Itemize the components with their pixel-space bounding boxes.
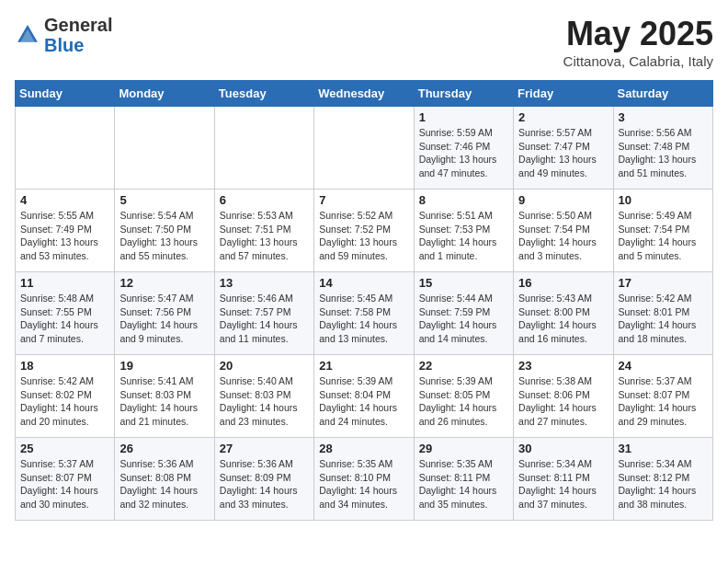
day-info: Sunrise: 5:36 AMSunset: 8:08 PMDaylight:… [119, 457, 209, 511]
calendar-week-row: 18Sunrise: 5:42 AMSunset: 8:02 PMDayligh… [16, 355, 713, 438]
calendar-cell: 13Sunrise: 5:46 AMSunset: 7:57 PMDayligh… [214, 272, 313, 355]
logo-blue: Blue [44, 35, 84, 55]
day-number: 30 [518, 442, 608, 455]
calendar-cell: 16Sunrise: 5:43 AMSunset: 8:00 PMDayligh… [514, 272, 613, 355]
day-number: 10 [619, 193, 708, 207]
calendar-cell: 25Sunrise: 5:37 AMSunset: 8:07 PMDayligh… [16, 438, 115, 521]
day-info: Sunrise: 5:57 AMSunset: 7:47 PMDaylight:… [518, 126, 608, 180]
calendar-cell: 18Sunrise: 5:42 AMSunset: 8:02 PMDayligh… [16, 355, 115, 438]
calendar-cell: 8Sunrise: 5:51 AMSunset: 7:53 PMDaylight… [414, 190, 513, 272]
day-info: Sunrise: 5:50 AMSunset: 7:54 PMDaylight:… [518, 209, 608, 263]
header-cell-sunday: Sunday [16, 81, 115, 107]
day-number: 13 [220, 276, 309, 290]
calendar-cell: 11Sunrise: 5:48 AMSunset: 7:55 PMDayligh… [16, 272, 115, 355]
day-info: Sunrise: 5:35 AMSunset: 8:11 PMDaylight:… [419, 457, 508, 511]
day-info: Sunrise: 5:45 AMSunset: 7:58 PMDaylight:… [319, 292, 408, 346]
day-number: 8 [419, 193, 508, 207]
day-number: 6 [220, 193, 309, 207]
location-subtitle: Cittanova, Calabria, Italy [563, 53, 713, 69]
calendar-cell [16, 107, 115, 190]
day-info: Sunrise: 5:48 AMSunset: 7:55 PMDaylight:… [20, 292, 109, 346]
calendar-cell [214, 107, 313, 190]
calendar-cell: 24Sunrise: 5:37 AMSunset: 8:07 PMDayligh… [613, 355, 712, 438]
calendar-cell: 21Sunrise: 5:39 AMSunset: 8:04 PMDayligh… [314, 355, 414, 438]
day-info: Sunrise: 5:40 AMSunset: 8:03 PMDaylight:… [220, 374, 309, 429]
day-info: Sunrise: 5:43 AMSunset: 8:00 PMDaylight:… [518, 292, 608, 346]
day-number: 3 [619, 110, 708, 124]
calendar-week-row: 1Sunrise: 5:59 AMSunset: 7:46 PMDaylight… [16, 107, 713, 190]
day-number: 29 [419, 442, 508, 455]
day-number: 18 [20, 359, 109, 373]
day-info: Sunrise: 5:55 AMSunset: 7:49 PMDaylight:… [20, 209, 109, 263]
day-info: Sunrise: 5:42 AMSunset: 8:02 PMDaylight:… [20, 374, 109, 429]
day-info: Sunrise: 5:44 AMSunset: 7:59 PMDaylight:… [419, 292, 508, 346]
calendar-cell: 9Sunrise: 5:50 AMSunset: 7:54 PMDaylight… [514, 190, 613, 272]
calendar-cell: 23Sunrise: 5:38 AMSunset: 8:06 PMDayligh… [514, 355, 613, 438]
day-number: 15 [419, 276, 508, 290]
day-number: 25 [20, 442, 109, 455]
day-info: Sunrise: 5:41 AMSunset: 8:03 PMDaylight:… [119, 374, 209, 429]
month-title: May 2025 [563, 15, 713, 53]
calendar-cell: 7Sunrise: 5:52 AMSunset: 7:52 PMDaylight… [314, 190, 414, 272]
day-number: 4 [20, 193, 109, 207]
calendar-cell: 19Sunrise: 5:41 AMSunset: 8:03 PMDayligh… [115, 355, 214, 438]
calendar-table: SundayMondayTuesdayWednesdayThursdayFrid… [15, 80, 713, 521]
header-cell-tuesday: Tuesday [214, 81, 313, 107]
header-cell-thursday: Thursday [414, 81, 513, 107]
day-info: Sunrise: 5:46 AMSunset: 7:57 PMDaylight:… [220, 292, 309, 346]
calendar-cell [115, 107, 214, 190]
calendar-week-row: 11Sunrise: 5:48 AMSunset: 7:55 PMDayligh… [16, 272, 713, 355]
day-info: Sunrise: 5:34 AMSunset: 8:12 PMDaylight:… [619, 457, 708, 511]
day-number: 24 [619, 359, 708, 373]
calendar-cell: 3Sunrise: 5:56 AMSunset: 7:48 PMDaylight… [613, 107, 712, 190]
day-info: Sunrise: 5:34 AMSunset: 8:11 PMDaylight:… [518, 457, 608, 511]
day-number: 26 [119, 442, 209, 455]
calendar-cell: 17Sunrise: 5:42 AMSunset: 8:01 PMDayligh… [613, 272, 712, 355]
day-number: 7 [319, 193, 408, 207]
day-number: 5 [119, 193, 209, 207]
day-number: 9 [518, 193, 608, 207]
header-cell-monday: Monday [115, 81, 214, 107]
day-number: 11 [20, 276, 109, 290]
day-number: 2 [518, 110, 608, 124]
day-number: 21 [319, 359, 408, 373]
day-info: Sunrise: 5:59 AMSunset: 7:46 PMDaylight:… [419, 126, 508, 180]
day-info: Sunrise: 5:35 AMSunset: 8:10 PMDaylight:… [319, 457, 408, 511]
calendar-cell: 4Sunrise: 5:55 AMSunset: 7:49 PMDaylight… [16, 190, 115, 272]
day-info: Sunrise: 5:42 AMSunset: 8:01 PMDaylight:… [619, 292, 708, 346]
logo-icon [15, 22, 40, 48]
day-info: Sunrise: 5:49 AMSunset: 7:54 PMDaylight:… [619, 209, 708, 263]
day-info: Sunrise: 5:39 AMSunset: 8:05 PMDaylight:… [419, 374, 508, 429]
day-number: 1 [419, 110, 508, 124]
day-number: 22 [419, 359, 508, 373]
calendar-body: 1Sunrise: 5:59 AMSunset: 7:46 PMDaylight… [16, 107, 713, 521]
calendar-cell: 28Sunrise: 5:35 AMSunset: 8:10 PMDayligh… [314, 438, 414, 521]
calendar-cell: 27Sunrise: 5:36 AMSunset: 8:09 PMDayligh… [214, 438, 313, 521]
calendar-cell: 22Sunrise: 5:39 AMSunset: 8:05 PMDayligh… [414, 355, 513, 438]
calendar-cell: 2Sunrise: 5:57 AMSunset: 7:47 PMDaylight… [514, 107, 613, 190]
day-number: 27 [220, 442, 309, 455]
calendar-cell: 10Sunrise: 5:49 AMSunset: 7:54 PMDayligh… [613, 190, 712, 272]
calendar-cell: 31Sunrise: 5:34 AMSunset: 8:12 PMDayligh… [613, 438, 712, 521]
calendar-cell: 5Sunrise: 5:54 AMSunset: 7:50 PMDaylight… [115, 190, 214, 272]
day-info: Sunrise: 5:36 AMSunset: 8:09 PMDaylight:… [220, 457, 309, 511]
day-number: 23 [518, 359, 608, 373]
calendar-week-row: 4Sunrise: 5:55 AMSunset: 7:49 PMDaylight… [16, 190, 713, 272]
calendar-cell: 29Sunrise: 5:35 AMSunset: 8:11 PMDayligh… [414, 438, 513, 521]
header-cell-friday: Friday [514, 81, 613, 107]
day-number: 14 [319, 276, 408, 290]
page-header: General Blue May 2025 Cittanova, Calabri… [15, 15, 713, 69]
day-number: 31 [619, 442, 708, 455]
calendar-cell: 6Sunrise: 5:53 AMSunset: 7:51 PMDaylight… [214, 190, 313, 272]
day-info: Sunrise: 5:53 AMSunset: 7:51 PMDaylight:… [220, 209, 309, 263]
day-info: Sunrise: 5:52 AMSunset: 7:52 PMDaylight:… [319, 209, 408, 263]
day-info: Sunrise: 5:39 AMSunset: 8:04 PMDaylight:… [319, 374, 408, 429]
header-cell-saturday: Saturday [613, 81, 712, 107]
calendar-cell [314, 107, 414, 190]
logo-general: General [44, 15, 112, 35]
header-cell-wednesday: Wednesday [314, 81, 414, 107]
calendar-cell: 1Sunrise: 5:59 AMSunset: 7:46 PMDaylight… [414, 107, 513, 190]
day-number: 17 [619, 276, 708, 290]
logo: General Blue [15, 15, 112, 55]
calendar-cell: 12Sunrise: 5:47 AMSunset: 7:56 PMDayligh… [115, 272, 214, 355]
